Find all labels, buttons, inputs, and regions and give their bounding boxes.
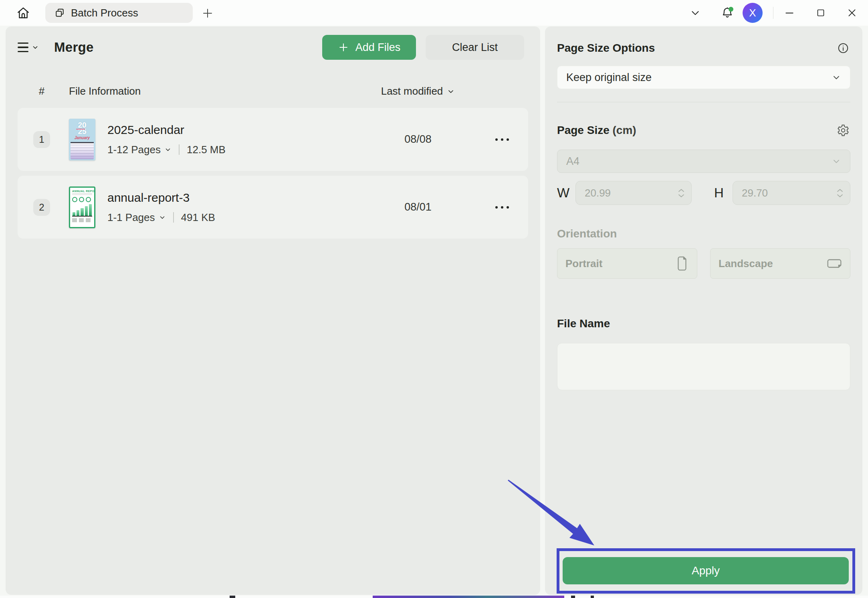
tab-batch-process[interactable]: Batch Process	[45, 3, 193, 23]
width-input: 20.99	[575, 181, 692, 205]
section-divider	[557, 102, 850, 102]
page-size-options-dropdown[interactable]: Keep original size	[557, 66, 850, 89]
titlebar-right: X	[685, 0, 862, 26]
tool-menu-button[interactable]	[18, 43, 39, 53]
apply-button[interactable]: Apply	[563, 557, 849, 584]
page-size-preset-dropdown: A4	[557, 150, 850, 173]
collapse-toolbar-button[interactable]	[685, 3, 706, 22]
page-size-options-title: Page Size Options	[557, 42, 655, 55]
menu-chevron-icon	[32, 44, 39, 51]
add-files-button[interactable]: Add Files	[322, 35, 416, 60]
info-button[interactable]	[836, 41, 850, 55]
height-label: H	[714, 185, 733, 201]
meta-divider	[173, 212, 174, 223]
avatar[interactable]: X	[743, 3, 763, 23]
width-stepper	[678, 188, 685, 198]
plus-icon	[338, 42, 349, 53]
file-thumbnail-calendar: 20 25 January	[69, 119, 95, 160]
width-value: 20.99	[585, 187, 611, 199]
info-icon	[837, 42, 849, 54]
file-name: annual-report-3	[107, 191, 215, 205]
close-button[interactable]	[842, 3, 862, 22]
minimize-icon	[784, 8, 795, 18]
batch-tab-icon	[54, 7, 65, 18]
page-size-options-value: Keep original size	[566, 71, 652, 84]
minimize-button[interactable]	[779, 3, 800, 22]
home-icon	[16, 6, 30, 20]
settings-panel: Page Size Options Keep original size	[545, 26, 862, 595]
clear-list-button[interactable]: Clear List	[426, 35, 524, 60]
file-row-2025-calendar[interactable]: 1 20 25 January 2025-calendar 1-12 Pages	[18, 108, 528, 171]
page-range-label: 1-1 Pages	[107, 211, 155, 224]
pages-chevron-icon	[159, 214, 166, 221]
page-range-label: 1-12 Pages	[107, 144, 161, 156]
collapse-chevron-icon	[690, 8, 700, 18]
width-label: W	[557, 185, 575, 201]
file-name-input[interactable]	[557, 343, 850, 390]
row-index-badge: 2	[33, 199, 50, 216]
row-index-badge: 1	[33, 131, 50, 148]
notification-dot	[729, 7, 733, 12]
page-range-dropdown[interactable]: 1-12 Pages	[107, 144, 172, 156]
taskbar-app-strip	[373, 596, 564, 598]
meta-divider	[179, 144, 180, 155]
portrait-button: Portrait	[557, 248, 697, 279]
titlebar-divider	[773, 7, 773, 19]
merge-header: Merge Add Files Clear List	[18, 34, 524, 60]
thumb-report-title: ANNUAL REPORT	[72, 190, 92, 193]
file-size: 491 KB	[181, 211, 215, 224]
taskbar-strip	[0, 596, 868, 598]
thumb-month: January	[69, 136, 95, 140]
page-size-preset-value: A4	[566, 155, 579, 168]
notifications-button[interactable]	[717, 3, 738, 22]
taskbar-mark	[230, 596, 235, 598]
add-tab-icon	[202, 7, 214, 19]
portrait-label: Portrait	[565, 257, 602, 270]
titlebar: Batch Process X	[0, 0, 868, 26]
chevron-down-icon	[832, 156, 841, 166]
page-range-dropdown[interactable]: 1-1 Pages	[107, 211, 166, 224]
column-last-modified-label: Last modified	[381, 85, 443, 97]
page-size-label: Page Size	[557, 124, 610, 136]
page-size-title: Page Size (cm)	[557, 124, 636, 137]
maximize-button[interactable]	[810, 3, 831, 22]
file-modified-date: 08/08	[404, 133, 432, 146]
column-index: #	[18, 85, 66, 97]
file-row-annual-report-3[interactable]: 2 ANNUAL REPORT annual-report-3 1-1 Page	[18, 176, 528, 239]
page-size-unit: (cm)	[613, 124, 636, 136]
app-window: Batch Process X	[0, 0, 868, 598]
list-header: # File Information Last modified	[18, 85, 528, 97]
column-file-information: File Information	[66, 85, 360, 97]
close-icon	[847, 8, 857, 18]
sort-chevron-icon	[447, 87, 455, 95]
file-size: 12.5 MB	[187, 144, 226, 156]
menu-icon	[18, 43, 28, 53]
height-input: 29.70	[733, 181, 850, 205]
landscape-button: Landscape	[710, 248, 850, 279]
orientation-title: Orientation	[557, 227, 617, 240]
file-thumbnail-report: ANNUAL REPORT	[69, 186, 95, 228]
height-stepper	[836, 188, 844, 198]
file-name-title: File Name	[557, 317, 610, 330]
column-last-modified-sort[interactable]: Last modified	[381, 85, 455, 97]
pages-chevron-icon	[164, 146, 172, 153]
add-tab-button[interactable]	[199, 6, 216, 20]
portrait-page-icon	[675, 256, 689, 271]
page-title: Merge	[54, 40, 94, 55]
clear-list-label: Clear List	[452, 41, 498, 54]
page-size-settings-button[interactable]	[836, 123, 850, 138]
height-value: 29.70	[742, 187, 768, 199]
chevron-down-icon	[832, 73, 841, 82]
merge-panel: Merge Add Files Clear List # File Inform…	[6, 26, 540, 595]
gear-icon	[837, 124, 850, 137]
file-name: 2025-calendar	[107, 123, 226, 137]
maximize-icon	[816, 8, 826, 18]
taskbar-mark	[591, 596, 594, 598]
taskbar-mark	[571, 596, 575, 598]
more-options-button[interactable]	[495, 206, 509, 209]
avatar-initial: X	[749, 7, 756, 19]
tab-label: Batch Process	[71, 7, 138, 19]
landscape-label: Landscape	[719, 257, 773, 270]
more-options-button[interactable]	[495, 138, 509, 141]
home-button[interactable]	[14, 4, 33, 22]
